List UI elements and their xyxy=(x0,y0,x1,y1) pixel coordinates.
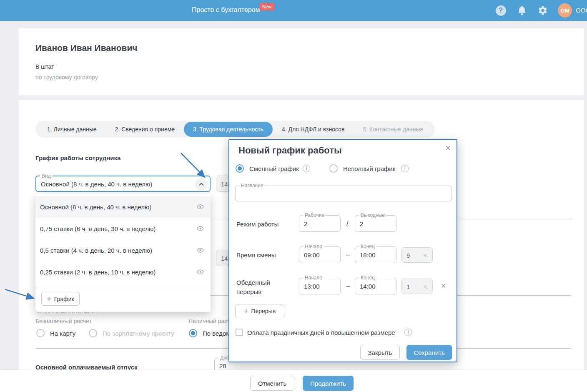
cancel-button[interactable]: Отменить xyxy=(250,376,294,391)
shift-dash: – xyxy=(346,251,350,259)
lunch-hours-value: 1 xyxy=(406,283,410,290)
dropdown-option-2-label: 0,75 ставки (6 ч. в день, 30 ч. в неделю… xyxy=(40,225,197,232)
shift-start-label: Начало xyxy=(303,244,324,249)
employee-contract: по трудовому договору xyxy=(35,74,98,80)
info-icon[interactable]: i xyxy=(303,165,310,172)
shift-end-input[interactable]: Конец 18:00 xyxy=(355,246,396,263)
schedule-type-select[interactable]: Вид Основной (8 ч. в день, 40 ч. в недел… xyxy=(35,176,211,192)
modal-close-button[interactable]: Закрыть xyxy=(360,345,400,360)
lunch-label: Обеденный перерыв xyxy=(236,278,284,297)
modal-save-button-label: Сохранить xyxy=(414,349,445,356)
info-icon[interactable]: i xyxy=(404,329,412,336)
user-avatar[interactable]: ОМ xyxy=(558,3,572,18)
radio-by-statement-label[interactable]: По ведом xyxy=(203,330,231,337)
work-days-input[interactable]: Рабочие 2 xyxy=(299,215,341,232)
employee-name: Иванов Иван Иванович xyxy=(35,43,138,53)
form-footer: Отменить Продолжить xyxy=(0,370,587,392)
dropdown-option-4-label: 0,25 ставки (2 ч. в день, 10 ч. в неделю… xyxy=(40,269,197,276)
schedule-type-dropdown: Основной (8 ч. в день, 40 ч. в неделю) 0… xyxy=(35,194,211,312)
dropdown-option-1[interactable]: Основной (8 ч. в день, 40 ч. в неделю) xyxy=(35,196,211,218)
tab-personal-data[interactable]: 1. Личные данные xyxy=(38,122,106,137)
mode-separator: / xyxy=(346,220,348,228)
radio-to-card[interactable] xyxy=(36,329,45,337)
lunch-end-label: Конец xyxy=(359,275,376,281)
dropdown-option-2[interactable]: 0,75 ставки (6 ч. в день, 30 ч. в неделю… xyxy=(35,218,211,239)
help-button[interactable]: ? xyxy=(495,5,506,16)
schedule-name-input[interactable]: Название xyxy=(235,186,452,201)
plus-icon: + xyxy=(244,307,248,315)
info-icon[interactable]: i xyxy=(401,165,409,172)
remove-break-icon[interactable]: × xyxy=(441,281,446,291)
radio-shift-schedule-label[interactable]: Сменный график xyxy=(249,165,299,172)
vacation-section-title: Основной оплачиваемый отпуск xyxy=(35,364,138,371)
dropdown-option-1-label: Основной (8 ч. в день, 40 ч. в неделю) xyxy=(40,204,197,211)
chevron-up-icon[interactable] xyxy=(195,178,208,191)
lunch-start-value: 13:00 xyxy=(304,283,320,290)
employee-type: В штат xyxy=(35,63,54,70)
radio-salary-project[interactable] xyxy=(89,329,97,337)
shift-end-value: 18:00 xyxy=(360,251,376,259)
notifications-button[interactable] xyxy=(517,5,527,16)
new-schedule-modal: × Новый график работы Сменный график i Н… xyxy=(228,139,457,362)
page: Просто с бухгалтером New ? ОМ ООО Иванов… xyxy=(0,0,587,392)
radio-to-card-label[interactable]: На карту xyxy=(50,330,75,337)
rest-days-value: 2 xyxy=(360,220,363,227)
tab-contacts[interactable]: 5. Контактные данные xyxy=(354,122,432,137)
bell-icon xyxy=(517,5,527,15)
lunch-end-input[interactable]: Конец 14:00 xyxy=(355,278,396,294)
lunch-start-label: Начало xyxy=(303,275,324,281)
eye-icon[interactable] xyxy=(197,226,204,231)
cancel-button-label: Отменить xyxy=(258,380,287,387)
mode-label: Режим работы xyxy=(236,221,278,228)
add-break-button-label: Перерыв xyxy=(251,308,276,314)
dropdown-option-3[interactable]: 0,5 ставки (4 ч. в день, 20 ч. в неделю) xyxy=(35,239,211,261)
new-badge: New xyxy=(259,3,274,10)
dropdown-divider xyxy=(35,288,211,288)
rest-days-input[interactable]: Выходные 2 xyxy=(355,215,396,232)
dropdown-option-4[interactable]: 0,25 ставки (2 ч. в день, 10 ч. в неделю… xyxy=(35,261,211,283)
app-title: Просто с бухгалтером xyxy=(192,6,260,14)
cashless-label: Безналичный расчет xyxy=(35,318,92,324)
holiday-pay-checkbox[interactable] xyxy=(236,329,243,336)
shift-start-value: 09:00 xyxy=(304,251,320,259)
shift-start-input[interactable]: Начало 09:00 xyxy=(299,246,341,263)
employee-card: Иванов Иван Иванович В штат по трудовому… xyxy=(19,28,584,95)
dropdown-option-3-label: 0,5 ставки (4 ч. в день, 20 ч. в неделю) xyxy=(40,247,197,254)
close-icon[interactable]: × xyxy=(445,143,451,153)
lunch-end-value: 14:00 xyxy=(360,283,376,290)
work-days-value: 2 xyxy=(304,220,307,227)
schedule-type-label: Вид xyxy=(40,173,53,179)
radio-shift-schedule[interactable] xyxy=(236,164,244,173)
eye-icon[interactable] xyxy=(197,204,204,209)
schedule-type-value: Основной (8 ч. в день, 40 ч. в неделю) xyxy=(41,180,152,187)
radio-parttime-schedule[interactable] xyxy=(329,164,338,173)
schedule-section-title: График работы сотрудника xyxy=(35,154,120,161)
add-break-button[interactable]: + Перерыв xyxy=(235,304,284,318)
add-schedule-button[interactable]: + График xyxy=(41,292,80,306)
eye-icon[interactable] xyxy=(197,269,204,274)
eye-icon[interactable] xyxy=(197,248,204,253)
shift-hours-unit: ч. xyxy=(424,252,428,259)
org-name[interactable]: ООО xyxy=(576,7,587,14)
work-days-label: Рабочие xyxy=(303,212,326,218)
cash-label: Наличный расч xyxy=(188,318,230,324)
tab-hiring-info[interactable]: 2. Сведения о приеме xyxy=(106,122,184,137)
holiday-pay-label[interactable]: Оплата праздничных дней в повышенном раз… xyxy=(247,329,395,336)
schedule-name-label: Название xyxy=(239,183,265,188)
shift-end-label: Конец xyxy=(359,244,376,249)
add-schedule-button-label: График xyxy=(54,296,74,302)
continue-button[interactable]: Продолжить xyxy=(303,376,354,391)
radio-by-statement[interactable] xyxy=(189,329,197,337)
tab-work-activity[interactable]: 3. Трудовая деятельность xyxy=(184,122,273,137)
top-header: Просто с бухгалтером New ? ОМ ООО xyxy=(0,0,587,21)
lunch-start-input[interactable]: Начало 13:00 xyxy=(299,278,341,294)
radio-salary-project-label[interactable]: По зарплатному проекту xyxy=(103,330,174,337)
radio-parttime-schedule-label[interactable]: Неполный график xyxy=(343,165,395,172)
settings-button[interactable] xyxy=(537,5,548,16)
shift-hours-field: 9 ч. xyxy=(401,247,433,263)
tab-ndfl[interactable]: 4. Для НДФЛ и взносов xyxy=(273,122,354,137)
plus-icon: + xyxy=(47,295,51,303)
modal-close-button-label: Закрыть xyxy=(368,349,392,356)
help-icon: ? xyxy=(496,5,506,16)
modal-save-button[interactable]: Сохранить xyxy=(406,345,452,360)
